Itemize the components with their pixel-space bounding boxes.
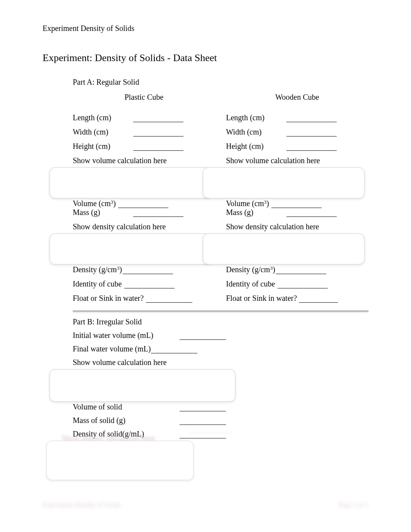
plastic-width-input[interactable] <box>133 128 183 136</box>
plastic-volume-calc-box[interactable] <box>50 167 211 198</box>
blurred-calc-region: Show density calculation here <box>50 434 194 480</box>
wooden-density-input[interactable] <box>276 266 326 274</box>
identity-irregular-input[interactable] <box>190 425 232 433</box>
partb-volume-calc-box[interactable] <box>50 369 235 402</box>
wooden-length-label: Length (cm) <box>226 113 284 122</box>
wooden-dens-pre: Density (g/cm <box>226 265 270 274</box>
plastic-volume-label: Volume (cm3) <box>73 199 116 208</box>
plastic-width-label: Width (cm) <box>73 128 131 136</box>
plastic-density-input[interactable] <box>123 266 173 274</box>
plastic-density-label: Density (g/cm3) <box>73 265 122 274</box>
wooden-dens-post: ) <box>272 265 275 274</box>
wooden-height-label: Height (cm) <box>226 142 284 151</box>
plastic-identity-label: Identity of cube <box>73 280 122 288</box>
wooden-density-label: Density (g/cm3) <box>226 265 275 274</box>
plastic-cube-column: Plastic Cube Length (cm) Width (cm) Heig… <box>73 93 215 308</box>
plastic-length-label: Length (cm) <box>73 113 131 122</box>
wooden-identity-input[interactable] <box>277 280 328 288</box>
partb-volume-calc-label: Show volume calculation here <box>73 358 368 367</box>
plastic-length-input[interactable] <box>133 114 183 122</box>
blurred-density-calc-box <box>46 441 194 480</box>
document-header: Experiment Density of Solids <box>43 24 368 33</box>
mass-solid-label: Mass of solid (g) <box>73 416 177 425</box>
plastic-height-label: Height (cm) <box>73 142 131 151</box>
wooden-width-label: Width (cm) <box>226 128 284 136</box>
volume-solid-input[interactable] <box>180 403 226 411</box>
part-b-heading: Part B: Irregular Solid <box>73 317 142 326</box>
wooden-mass-input[interactable] <box>286 209 337 217</box>
plastic-vol-sup: 3 <box>111 199 113 205</box>
plastic-vol-pre: Volume (cm <box>73 199 111 208</box>
wooden-cube-column: Wooden Cube Length (cm) Width (cm) Heigh… <box>226 93 368 308</box>
plastic-dens-pre: Density (g/cm <box>73 265 117 274</box>
wooden-mass-label: Mass (g) <box>226 208 284 217</box>
wooden-volume-calc-label: Show volume calculation here <box>226 156 368 165</box>
wooden-identity-label: Identity of cube <box>226 280 275 288</box>
wooden-vol-sup: 3 <box>264 199 267 205</box>
footer-left: Experiment Density of Solids <box>43 501 121 509</box>
mass-solid-input[interactable] <box>180 417 226 425</box>
plastic-subtitle: Plastic Cube <box>101 93 187 102</box>
plastic-density-calc-box[interactable] <box>50 234 211 264</box>
footer-right: Page 1 of 1 <box>339 501 368 509</box>
plastic-dens-post: ) <box>119 265 122 274</box>
plastic-volume-calc-label: Show volume calculation here <box>73 156 215 165</box>
page-title: Experiment: Density of Solids - Data She… <box>43 52 368 64</box>
plastic-volume-input[interactable] <box>118 200 168 208</box>
wooden-density-calc-label: Show density calculation here <box>226 222 368 231</box>
wooden-subtitle: Wooden Cube <box>255 93 340 102</box>
plastic-mass-label: Mass (g) <box>73 208 131 217</box>
initial-water-label: Initial water volume (mL) <box>73 331 177 340</box>
section-divider <box>73 310 368 312</box>
wooden-floatsink-label: Float or Sink in water? <box>226 294 297 303</box>
plastic-floatsink-input[interactable] <box>146 295 192 303</box>
final-water-label: Final water volume (mL) <box>73 344 151 353</box>
wooden-height-input[interactable] <box>286 143 337 151</box>
wooden-volume-label: Volume (cm3) <box>226 199 269 208</box>
plastic-height-input[interactable] <box>133 143 183 151</box>
wooden-vol-pre: Volume (cm <box>226 199 264 208</box>
plastic-identity-input[interactable] <box>124 280 175 288</box>
wooden-length-input[interactable] <box>286 114 337 122</box>
volume-solid-label: Volume of solid <box>73 402 177 411</box>
final-water-input[interactable] <box>151 345 197 353</box>
plastic-dens-sup: 3 <box>117 265 120 271</box>
wooden-density-calc-box[interactable] <box>203 234 365 264</box>
plastic-vol-post: ) <box>113 199 116 208</box>
plastic-floatsink-label: Float or Sink in water? <box>73 294 144 303</box>
wooden-width-input[interactable] <box>286 128 337 136</box>
wooden-floatsink-input[interactable] <box>299 295 338 303</box>
wooden-dens-sup: 3 <box>270 265 273 271</box>
wooden-volume-calc-box[interactable] <box>203 167 365 198</box>
plastic-mass-input[interactable] <box>133 209 183 217</box>
wooden-vol-post: ) <box>266 199 269 208</box>
wooden-volume-input[interactable] <box>271 200 322 208</box>
part-a-heading: Part A: Regular Solid <box>73 78 368 87</box>
plastic-density-calc-label: Show density calculation here <box>73 222 215 231</box>
initial-water-input[interactable] <box>180 332 226 340</box>
